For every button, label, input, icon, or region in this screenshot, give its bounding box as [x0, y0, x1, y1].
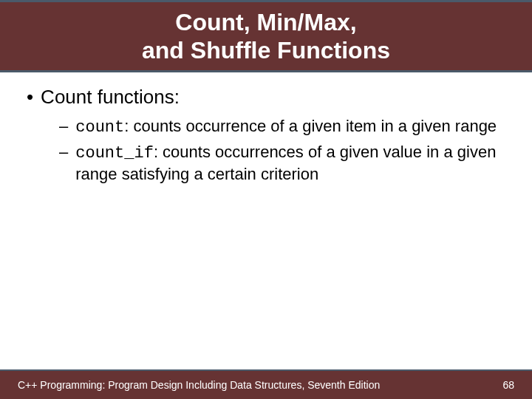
sub-bullet-item: – count: counts occurrence of a given it… [59, 116, 510, 139]
code-identifier: count [75, 118, 124, 137]
bullet-marker: • [27, 86, 33, 109]
slide-title: Count, Min/Max, and Shuffle Functions [142, 8, 390, 65]
slide-footer: C++ Programming: Program Design Includin… [0, 369, 532, 399]
bullet-level-1: • Count functions: [22, 86, 510, 109]
sub-bullet-marker: – [59, 142, 68, 163]
sub-bullet-desc: : counts occurrence of a given item in a… [124, 117, 497, 135]
slide-title-bar: Count, Min/Max, and Shuffle Functions [0, 0, 532, 72]
title-line-2: and Shuffle Functions [142, 37, 390, 64]
title-line-1: Count, Min/Max, [175, 9, 356, 35]
sub-bullet-text: count_if: counts occurrences of a given … [75, 142, 504, 185]
sub-bullet-item: – count_if: counts occurrences of a give… [59, 142, 510, 185]
footer-text: C++ Programming: Program Design Includin… [18, 379, 380, 391]
page-number: 68 [502, 379, 514, 391]
bullet-text: Count functions: [41, 86, 180, 109]
sub-bullet-marker: – [59, 116, 68, 137]
code-identifier: count_if [75, 144, 154, 163]
sub-bullet-text: count: counts occurrence of a given item… [75, 116, 497, 139]
sub-bullet-list: – count: counts occurrence of a given it… [59, 116, 510, 185]
slide-content: • Count functions: – count: counts occur… [0, 72, 532, 185]
